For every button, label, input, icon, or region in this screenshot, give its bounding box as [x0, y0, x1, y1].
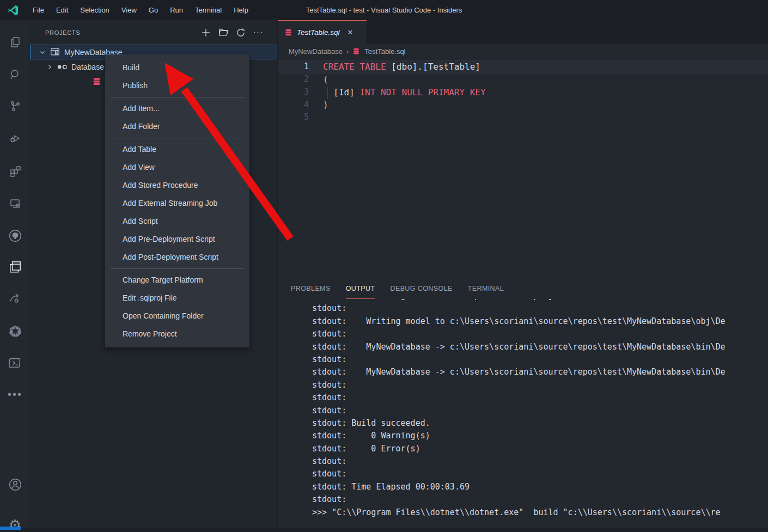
github-icon[interactable] — [0, 223, 30, 249]
database-projects-icon[interactable] — [0, 254, 30, 280]
menu-item-add-item[interactable]: Add Item... — [105, 100, 249, 118]
sql-database-icon — [92, 77, 101, 87]
output-line: stdout: — [312, 455, 768, 468]
output-line: stdout: Time Elapsed 00:00:03.69 — [312, 481, 768, 493]
more-actions-icon[interactable]: ··· — [251, 26, 265, 40]
output-line: >>> "C:\\Program Files\\dotnet\\dotnet.e… — [312, 506, 768, 519]
output-line: stdout: — [312, 468, 768, 480]
panel-title: PROJECTS — [45, 29, 199, 36]
status-bar — [0, 528, 768, 532]
indent-guide — [327, 87, 328, 99]
vscode-insiders-logo — [7, 4, 19, 16]
breadcrumb-project[interactable]: MyNewDatabase — [289, 47, 343, 56]
menu-selection[interactable]: Selection — [74, 0, 115, 20]
output-line: stdout: — [312, 328, 768, 340]
tab-debug-console[interactable]: DEBUG CONSOLE — [390, 278, 452, 299]
tab-testtable-sql[interactable]: TestTable.sql ✕ — [278, 20, 367, 44]
kubernetes-icon[interactable] — [0, 318, 30, 344]
chevron-down-icon[interactable] — [38, 48, 47, 57]
search-icon[interactable] — [0, 62, 30, 88]
menu-go[interactable]: Go — [143, 0, 164, 20]
tab-label: TestTable.sql — [297, 28, 340, 36]
output-line: stdout: MyNewDatabase -> c:\Users\scoria… — [312, 366, 768, 378]
menu-item-add-post-deployment-script[interactable]: Add Post-Deployment Script — [105, 248, 249, 266]
powershell-icon[interactable] — [0, 350, 30, 376]
line-number: 2 — [278, 73, 309, 85]
menu-item-add-folder[interactable]: Add Folder — [105, 118, 249, 136]
output-line: stdout: 0 Warning(s) — [312, 430, 768, 442]
line-number: 5 — [278, 111, 309, 124]
tab-problems[interactable]: PROBLEMS — [291, 278, 331, 299]
account-icon[interactable] — [0, 472, 30, 498]
menu-separator — [111, 138, 243, 138]
output-line: stdout: — [312, 493, 768, 506]
output-line: stdout: — [312, 392, 768, 404]
menu-item-publish[interactable]: Publish — [105, 77, 249, 95]
bottom-panel: PROBLEMS OUTPUT DEBUG CONSOLE TERMINAL s… — [278, 278, 768, 528]
add-project-icon[interactable] — [199, 26, 213, 40]
menu-item-open-containing-folder[interactable]: Open Containing Folder — [105, 307, 249, 325]
open-folder-icon[interactable] — [216, 26, 230, 40]
menu-separator — [111, 268, 243, 269]
menu-item-add-pre-deployment-script[interactable]: Add Pre-Deployment Script — [105, 230, 249, 248]
output-line: stdout: MyNewDatabase -> c:\Users\scoria… — [312, 341, 768, 353]
output-line: stdout: — [312, 302, 768, 315]
project-context-menu: Build Publish Add Item... Add Folder Add… — [105, 54, 249, 347]
menu-view[interactable]: View — [115, 0, 143, 20]
line-number: 4 — [278, 99, 309, 111]
source-control-icon[interactable] — [0, 93, 30, 119]
code-line: 1 CREATE TABLE [dbo].[TestTable] — [278, 60, 768, 73]
activity-bar: ••• ⚙ 1 — [0, 20, 30, 528]
code-line: 4 ) — [278, 99, 768, 111]
menu-item-add-external-streaming-job[interactable]: Add External Streaming Job — [105, 194, 249, 212]
output-line: stdout: Build succeeded. — [312, 417, 768, 430]
run-debug-icon[interactable] — [0, 125, 30, 151]
tree-item-label: Database — [71, 63, 104, 71]
editor-group: TestTable.sql ✕ MyNewDatabase › TestTabl… — [278, 20, 768, 278]
menu-item-add-stored-procedure[interactable]: Add Stored Procedure — [105, 176, 249, 194]
remote-explorer-icon[interactable] — [0, 191, 30, 217]
menu-item-add-script[interactable]: Add Script — [105, 212, 249, 230]
code-line: 3 [Id] INT NOT NULL PRIMARY KEY — [278, 86, 768, 99]
breadcrumb-file[interactable]: TestTable.sql — [364, 47, 405, 56]
tab-terminal[interactable]: TERMINAL — [468, 278, 504, 299]
output-line: stdout: — [312, 353, 768, 366]
line-number: 3 — [278, 86, 309, 99]
extensions-icon[interactable] — [0, 158, 30, 184]
sql-database-icon — [284, 28, 292, 36]
menu-help[interactable]: Help — [228, 0, 254, 20]
menu-item-remove-project[interactable]: Remove Project — [105, 325, 249, 343]
menu-item-edit-sqlproj[interactable]: Edit .sqlproj File — [105, 289, 249, 307]
menu-edit[interactable]: Edit — [50, 0, 74, 20]
sql-database-icon — [352, 47, 361, 56]
tab-output[interactable]: OUTPUT — [346, 278, 375, 299]
menu-item-change-target-platform[interactable]: Change Target Platform — [105, 271, 249, 289]
menu-file[interactable]: File — [27, 0, 50, 20]
breadcrumb: MyNewDatabase › TestTable.sql — [278, 44, 768, 59]
refresh-icon[interactable] — [234, 26, 248, 40]
sidebar-header: PROJECTS ··· — [30, 20, 277, 45]
panel-tab-bar: PROBLEMS OUTPUT DEBUG CONSOLE TERMINAL — [278, 278, 768, 299]
close-icon[interactable]: ✕ — [345, 27, 356, 38]
menu-item-add-table[interactable]: Add Table — [105, 140, 249, 158]
code-line: 2 ( — [278, 73, 768, 85]
menu-separator — [111, 97, 243, 97]
menu-terminal[interactable]: Terminal — [189, 0, 228, 20]
chevron-right-icon[interactable] — [45, 63, 54, 71]
explorer-icon[interactable] — [0, 29, 30, 56]
more-views-icon[interactable]: ••• — [0, 381, 30, 407]
menu-item-build[interactable]: Build — [105, 59, 249, 77]
output-line: stdout: — [312, 405, 768, 417]
reference-icon — [57, 62, 67, 72]
output-line: stdout: 0 Error(s) — [312, 443, 768, 455]
menu-run[interactable]: Run — [164, 0, 189, 20]
live-share-icon[interactable] — [0, 286, 30, 312]
output-log[interactable]: stdout: Creating a model to represent th… — [278, 299, 768, 528]
menu-item-add-view[interactable]: Add View — [105, 158, 249, 176]
statusbar-remote-indicator[interactable] — [0, 527, 21, 530]
code-line: 5 — [278, 111, 768, 124]
code-editor[interactable]: 1 CREATE TABLE [dbo].[TestTable] 2 ( 3 [… — [278, 59, 768, 278]
output-line: stdout: Writing model to c:\Users\scoria… — [312, 315, 768, 328]
database-project-icon — [50, 47, 60, 57]
title-bar: File Edit Selection View Go Run Terminal… — [0, 0, 768, 20]
